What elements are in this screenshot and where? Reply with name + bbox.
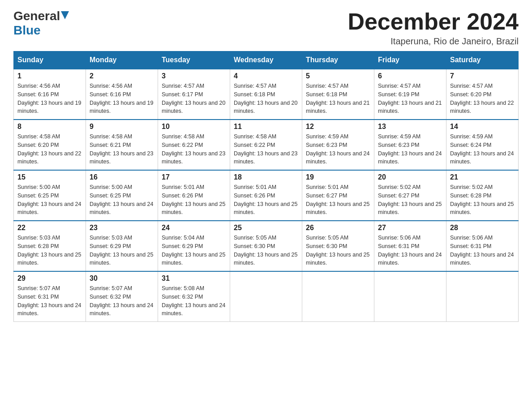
table-row: 6 Sunrise: 4:57 AMSunset: 6:19 PMDayligh… <box>374 69 446 120</box>
calendar-table: Sunday Monday Tuesday Wednesday Thursday… <box>13 51 519 322</box>
day-info: Sunrise: 4:56 AMSunset: 6:16 PMDaylight:… <box>90 83 153 114</box>
day-info: Sunrise: 5:02 AMSunset: 6:27 PMDaylight:… <box>378 184 442 215</box>
table-row: 20 Sunrise: 5:02 AMSunset: 6:27 PMDaylig… <box>374 170 446 221</box>
day-info: Sunrise: 5:06 AMSunset: 6:31 PMDaylight:… <box>378 235 442 266</box>
logo: General Blue <box>13 9 69 38</box>
day-info: Sunrise: 5:05 AMSunset: 6:30 PMDaylight:… <box>234 235 297 266</box>
day-number: 7 <box>450 72 515 80</box>
header-friday: Friday <box>374 51 446 69</box>
day-number: 5 <box>306 72 370 80</box>
table-row: 21 Sunrise: 5:02 AMSunset: 6:28 PMDaylig… <box>446 170 519 221</box>
table-row: 3 Sunrise: 4:57 AMSunset: 6:17 PMDayligh… <box>158 69 230 120</box>
table-row: 24 Sunrise: 5:04 AMSunset: 6:29 PMDaylig… <box>158 221 230 271</box>
month-year-title: December 2024 <box>348 9 519 34</box>
day-info: Sunrise: 5:03 AMSunset: 6:29 PMDaylight:… <box>90 235 153 266</box>
day-info: Sunrise: 4:57 AMSunset: 6:19 PMDaylight:… <box>378 83 442 114</box>
day-info: Sunrise: 5:01 AMSunset: 6:26 PMDaylight:… <box>162 184 225 215</box>
table-row: 12 Sunrise: 4:59 AMSunset: 6:23 PMDaylig… <box>302 120 374 170</box>
day-number: 18 <box>234 173 298 181</box>
day-info: Sunrise: 5:06 AMSunset: 6:31 PMDaylight:… <box>450 235 514 266</box>
day-number: 9 <box>90 123 154 131</box>
table-row: 29 Sunrise: 5:07 AMSunset: 6:31 PMDaylig… <box>14 271 86 322</box>
day-info: Sunrise: 5:07 AMSunset: 6:32 PMDaylight:… <box>90 285 153 317</box>
day-info: Sunrise: 5:01 AMSunset: 6:26 PMDaylight:… <box>234 184 297 215</box>
table-row <box>374 271 446 322</box>
day-info: Sunrise: 5:05 AMSunset: 6:30 PMDaylight:… <box>306 235 369 266</box>
table-row: 2 Sunrise: 4:56 AMSunset: 6:16 PMDayligh… <box>86 69 158 120</box>
logo-general: General <box>13 9 60 23</box>
day-number: 16 <box>90 173 154 181</box>
day-number: 23 <box>90 224 154 232</box>
day-number: 8 <box>17 123 82 131</box>
day-info: Sunrise: 5:04 AMSunset: 6:29 PMDaylight:… <box>162 235 225 266</box>
page-header: General Blue December 2024 Itaperuna, Ri… <box>13 9 519 47</box>
table-row: 11 Sunrise: 4:58 AMSunset: 6:22 PMDaylig… <box>230 120 302 170</box>
header-tuesday: Tuesday <box>158 51 230 69</box>
day-info: Sunrise: 4:59 AMSunset: 6:23 PMDaylight:… <box>378 133 442 165</box>
day-number: 1 <box>17 72 82 80</box>
day-info: Sunrise: 5:00 AMSunset: 6:25 PMDaylight:… <box>17 184 81 215</box>
header-wednesday: Wednesday <box>230 51 302 69</box>
table-row: 25 Sunrise: 5:05 AMSunset: 6:30 PMDaylig… <box>230 221 302 271</box>
table-row: 17 Sunrise: 5:01 AMSunset: 6:26 PMDaylig… <box>158 170 230 221</box>
day-number: 29 <box>17 274 82 283</box>
day-number: 28 <box>450 224 515 232</box>
day-number: 12 <box>306 123 370 131</box>
header-thursday: Thursday <box>302 51 374 69</box>
day-number: 30 <box>90 274 154 283</box>
day-number: 22 <box>17 224 82 232</box>
day-number: 24 <box>162 224 226 232</box>
day-number: 10 <box>162 123 226 131</box>
table-row <box>446 271 519 322</box>
day-info: Sunrise: 5:02 AMSunset: 6:28 PMDaylight:… <box>450 184 514 215</box>
day-number: 26 <box>306 224 370 232</box>
calendar-week-row: 15 Sunrise: 5:00 AMSunset: 6:25 PMDaylig… <box>14 170 519 221</box>
day-info: Sunrise: 4:57 AMSunset: 6:17 PMDaylight:… <box>162 83 225 114</box>
day-number: 6 <box>378 72 442 80</box>
svg-marker-0 <box>61 11 69 19</box>
header-saturday: Saturday <box>446 51 519 69</box>
logo-triangle-icon <box>61 11 69 19</box>
table-row: 16 Sunrise: 5:00 AMSunset: 6:25 PMDaylig… <box>86 170 158 221</box>
calendar-week-row: 8 Sunrise: 4:58 AMSunset: 6:20 PMDayligh… <box>14 120 519 170</box>
calendar-week-row: 1 Sunrise: 4:56 AMSunset: 6:16 PMDayligh… <box>14 69 519 120</box>
day-info: Sunrise: 4:58 AMSunset: 6:22 PMDaylight:… <box>162 133 225 165</box>
day-info: Sunrise: 4:58 AMSunset: 6:22 PMDaylight:… <box>234 133 297 165</box>
table-row: 13 Sunrise: 4:59 AMSunset: 6:23 PMDaylig… <box>374 120 446 170</box>
day-info: Sunrise: 5:07 AMSunset: 6:31 PMDaylight:… <box>17 285 81 317</box>
table-row: 19 Sunrise: 5:01 AMSunset: 6:27 PMDaylig… <box>302 170 374 221</box>
table-row: 26 Sunrise: 5:05 AMSunset: 6:30 PMDaylig… <box>302 221 374 271</box>
day-number: 31 <box>162 274 226 283</box>
table-row: 28 Sunrise: 5:06 AMSunset: 6:31 PMDaylig… <box>446 221 519 271</box>
day-info: Sunrise: 4:56 AMSunset: 6:16 PMDaylight:… <box>17 83 81 114</box>
table-row: 23 Sunrise: 5:03 AMSunset: 6:29 PMDaylig… <box>86 221 158 271</box>
day-info: Sunrise: 4:59 AMSunset: 6:24 PMDaylight:… <box>450 133 514 165</box>
day-number: 3 <box>162 72 226 80</box>
day-info: Sunrise: 4:57 AMSunset: 6:20 PMDaylight:… <box>450 83 514 114</box>
day-number: 4 <box>234 72 298 80</box>
day-info: Sunrise: 4:58 AMSunset: 6:20 PMDaylight:… <box>17 133 81 165</box>
table-row: 5 Sunrise: 4:57 AMSunset: 6:18 PMDayligh… <box>302 69 374 120</box>
day-number: 27 <box>378 224 442 232</box>
day-info: Sunrise: 4:58 AMSunset: 6:21 PMDaylight:… <box>90 133 153 165</box>
day-number: 17 <box>162 173 226 181</box>
day-number: 13 <box>378 123 442 131</box>
day-info: Sunrise: 4:57 AMSunset: 6:18 PMDaylight:… <box>306 83 369 114</box>
day-info: Sunrise: 4:57 AMSunset: 6:18 PMDaylight:… <box>234 83 297 114</box>
table-row: 27 Sunrise: 5:06 AMSunset: 6:31 PMDaylig… <box>374 221 446 271</box>
table-row: 4 Sunrise: 4:57 AMSunset: 6:18 PMDayligh… <box>230 69 302 120</box>
day-number: 19 <box>306 173 370 181</box>
table-row: 15 Sunrise: 5:00 AMSunset: 6:25 PMDaylig… <box>14 170 86 221</box>
table-row: 18 Sunrise: 5:01 AMSunset: 6:26 PMDaylig… <box>230 170 302 221</box>
calendar-week-row: 29 Sunrise: 5:07 AMSunset: 6:31 PMDaylig… <box>14 271 519 322</box>
day-info: Sunrise: 5:00 AMSunset: 6:25 PMDaylight:… <box>90 184 153 215</box>
day-number: 14 <box>450 123 515 131</box>
day-number: 2 <box>90 72 154 80</box>
table-row: 14 Sunrise: 4:59 AMSunset: 6:24 PMDaylig… <box>446 120 519 170</box>
header-monday: Monday <box>86 51 158 69</box>
location-text: Itaperuna, Rio de Janeiro, Brazil <box>348 36 519 47</box>
header-sunday: Sunday <box>14 51 86 69</box>
table-row <box>302 271 374 322</box>
day-number: 15 <box>17 173 82 181</box>
table-row: 1 Sunrise: 4:56 AMSunset: 6:16 PMDayligh… <box>14 69 86 120</box>
